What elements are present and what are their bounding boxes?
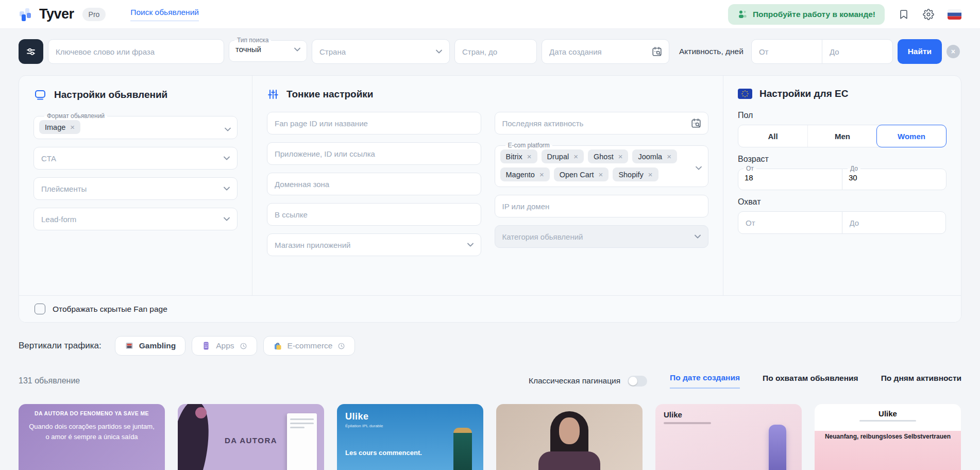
activity-from-input[interactable] bbox=[751, 39, 822, 64]
chevron-down-icon bbox=[467, 243, 474, 247]
vertical-gambling-button[interactable]: Gambling bbox=[115, 336, 185, 356]
ad-card[interactable] bbox=[496, 404, 643, 470]
chevron-down-icon[interactable] bbox=[225, 127, 231, 131]
fine-settings-left: Магазин приложений bbox=[267, 112, 481, 264]
chevron-down-icon bbox=[436, 49, 442, 54]
sort-tab-by-date[interactable]: По дате создания bbox=[670, 373, 740, 389]
shopping-bag-icon bbox=[273, 341, 282, 350]
remove-tag-icon[interactable]: × bbox=[667, 152, 671, 161]
countries-to-input[interactable] bbox=[454, 39, 537, 64]
eu-flag-icon bbox=[738, 89, 752, 99]
ecom-platform-field[interactable]: E-com platform Bitrix× Drupal× Ghost× Jo… bbox=[495, 142, 709, 187]
ip-domain-input[interactable] bbox=[495, 195, 709, 217]
filter-columns: Настройки обьявлений Формат обьявлений I… bbox=[19, 76, 961, 295]
fine-settings-column: Тонкие настройки Магазин приложений bbox=[252, 76, 723, 295]
placements-select[interactable]: Плейсменты bbox=[33, 177, 238, 200]
app-store-select[interactable]: Магазин приложений bbox=[267, 233, 481, 256]
in-link-input[interactable] bbox=[267, 203, 481, 226]
remove-tag-icon[interactable]: × bbox=[527, 152, 532, 161]
clear-filters-button[interactable]: × bbox=[947, 45, 960, 58]
age-to-input[interactable] bbox=[842, 172, 936, 182]
pagination-control: Классическая пагинация bbox=[529, 376, 647, 387]
gear-icon[interactable] bbox=[923, 9, 934, 20]
bookmark-icon[interactable] bbox=[898, 9, 909, 20]
vertical-ecommerce-button[interactable]: E-commerce bbox=[263, 336, 356, 356]
search-bar: Тип поиска точный Страна Активность, дне… bbox=[19, 37, 961, 66]
ad-category-select: Категория обьявлений bbox=[495, 225, 709, 248]
ad-settings-column: Настройки обьявлений Формат обьявлений I… bbox=[19, 76, 252, 295]
age-from-input[interactable] bbox=[738, 172, 832, 182]
logo-text: Tyver bbox=[39, 6, 74, 22]
clock-icon bbox=[337, 342, 345, 350]
last-activity-input[interactable] bbox=[495, 112, 709, 135]
sort-tab-by-reach[interactable]: По охватам обьявления bbox=[763, 374, 858, 388]
reach-to-input[interactable] bbox=[842, 211, 947, 234]
country-select[interactable]: Страна bbox=[312, 39, 450, 64]
fine-print bbox=[664, 422, 711, 424]
slot-machine-icon bbox=[125, 341, 134, 350]
team-button-label: Попробуйте работу в команде! bbox=[753, 10, 875, 19]
domain-zone-input[interactable] bbox=[267, 173, 481, 195]
age-to-field[interactable]: До bbox=[842, 165, 947, 190]
fanpage-input[interactable] bbox=[267, 112, 481, 135]
age-from-field[interactable]: От bbox=[738, 165, 842, 190]
eu-settings-title: Настройки для ЕС bbox=[759, 88, 848, 99]
remove-tag-icon[interactable]: × bbox=[539, 170, 544, 179]
pagination-toggle[interactable] bbox=[628, 376, 647, 387]
keyword-input[interactable] bbox=[48, 39, 224, 64]
gender-segmented-control: All Men Women bbox=[738, 125, 947, 147]
app-id-input[interactable] bbox=[267, 142, 481, 165]
chevron-down-icon[interactable] bbox=[696, 166, 702, 170]
last-activity-field[interactable] bbox=[495, 112, 709, 135]
book-image bbox=[287, 413, 317, 470]
verticals-label: Вертикали трафика: bbox=[19, 341, 102, 351]
search-type-label: Тип поиска bbox=[234, 37, 271, 43]
search-type-select[interactable]: Тип поиска точный bbox=[229, 37, 307, 62]
remove-tag-icon[interactable]: × bbox=[573, 152, 578, 161]
gender-label: Пол bbox=[738, 111, 947, 120]
ad-banner-icon bbox=[33, 88, 47, 102]
remove-tag-icon[interactable]: × bbox=[70, 123, 75, 131]
filters-button[interactable] bbox=[19, 39, 43, 64]
gender-option-women[interactable]: Women bbox=[876, 125, 947, 147]
activity-to-input[interactable] bbox=[822, 39, 893, 64]
ad-card[interactable]: DA AUTORA bbox=[178, 404, 324, 470]
date-created-input[interactable] bbox=[542, 39, 669, 64]
ecom-tag: Drupal× bbox=[542, 149, 584, 163]
remove-tag-icon[interactable]: × bbox=[599, 170, 603, 179]
ad-card[interactable]: Ulike Épilation IPL durable Les cours co… bbox=[337, 404, 483, 470]
logo[interactable]: Tyver Pro bbox=[19, 6, 106, 22]
sort-tab-by-activity[interactable]: По дням активности bbox=[881, 374, 961, 388]
gender-option-all[interactable]: All bbox=[738, 125, 807, 147]
ecom-tag: Joomla× bbox=[632, 149, 677, 163]
ad-card[interactable]: DA AUTORA DO FENOMENO YA SAVE ME Quando … bbox=[19, 404, 165, 470]
date-created-field[interactable] bbox=[542, 39, 669, 64]
chevron-down-icon bbox=[224, 217, 230, 221]
ad-format-field[interactable]: Формат обьявлений Image × bbox=[33, 113, 238, 139]
ecom-tag: Magento× bbox=[500, 167, 550, 181]
remove-tag-icon[interactable]: × bbox=[618, 152, 623, 161]
remove-tag-icon[interactable]: × bbox=[648, 170, 653, 179]
flag-ru-icon[interactable] bbox=[948, 9, 961, 20]
results-controls: Классическая пагинация По дате создания … bbox=[529, 373, 961, 389]
activity-range bbox=[751, 39, 893, 64]
pagination-label: Классическая пагинация bbox=[529, 376, 620, 385]
ad-format-label: Формат обьявлений bbox=[44, 113, 107, 119]
nav-link-ad-search[interactable]: Поиск обьявлений bbox=[130, 8, 199, 21]
product-image bbox=[769, 425, 786, 470]
show-hidden-checkbox[interactable] bbox=[35, 304, 45, 314]
search-submit-button[interactable]: Найти bbox=[898, 39, 942, 64]
cta-select[interactable]: CTA bbox=[33, 147, 238, 170]
vertical-apps-button[interactable]: Apps bbox=[192, 336, 257, 356]
reach-from-input[interactable] bbox=[738, 211, 842, 234]
chevron-down-icon bbox=[224, 156, 230, 160]
gender-option-men[interactable]: Men bbox=[807, 125, 877, 147]
leadform-select[interactable]: Lead-form bbox=[33, 208, 238, 230]
logo-icon bbox=[19, 7, 34, 22]
ad-card[interactable]: Ulike bbox=[655, 404, 802, 470]
team-invite-button[interactable]: Попробуйте работу в команде! bbox=[728, 4, 885, 25]
activity-days-label: Активность, дней bbox=[679, 47, 744, 56]
ecom-tag: Shopify× bbox=[613, 167, 658, 181]
ad-card[interactable]: Ulike Neuanfang, reibungsloses Selbstver… bbox=[815, 404, 961, 470]
fine-print bbox=[859, 420, 916, 422]
